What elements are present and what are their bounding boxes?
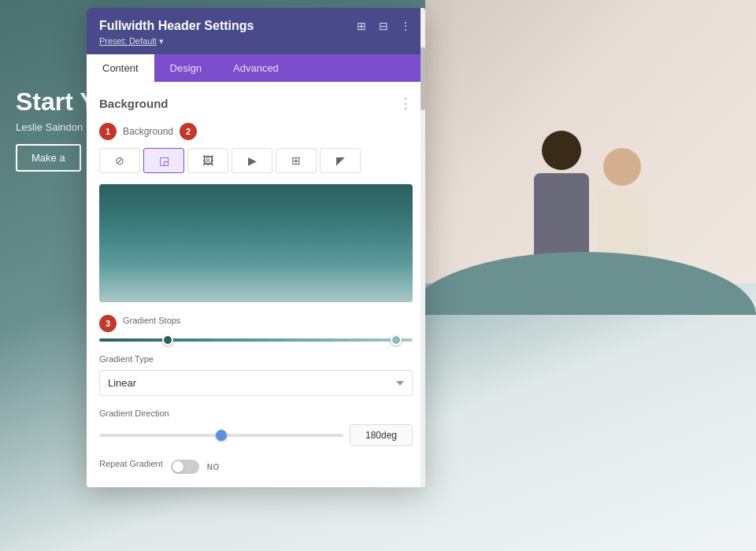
gradient-stop-thumb-left[interactable] xyxy=(162,335,173,346)
background-label: Background xyxy=(123,126,173,137)
bg-type-none[interactable]: ⊘ xyxy=(99,148,140,173)
expand-icon[interactable]: ⊞ xyxy=(354,19,369,33)
panel-title: Fullwidth Header Settings xyxy=(99,19,254,33)
badge-3: 3 xyxy=(99,315,117,332)
bg-type-gradient[interactable]: ◲ xyxy=(143,148,184,173)
toggle-state-label: NO xyxy=(207,463,220,471)
video-icon: ▶ xyxy=(248,154,257,167)
gradient-type-select[interactable]: Linear Radial xyxy=(99,370,413,396)
image-icon: 🖼 xyxy=(202,154,213,167)
gradient-direction-track[interactable] xyxy=(99,434,343,437)
toggle-knob xyxy=(172,461,183,472)
columns-icon[interactable]: ⊟ xyxy=(376,19,391,33)
tab-advanced[interactable]: Advanced xyxy=(217,54,295,82)
panel-header: Fullwidth Header Settings ⊞ ⊟ ⋮ Preset: … xyxy=(87,8,425,54)
figure-doctor xyxy=(597,148,648,268)
pattern-icon: ⊞ xyxy=(291,154,301,167)
patient-head xyxy=(542,131,581,170)
gradient-type-label: Gradient Type xyxy=(99,354,413,364)
panel-preset: Preset: Default ▾ xyxy=(99,36,413,46)
gradient-stops-slider-row xyxy=(99,338,413,342)
gradient-stops-group: 3 Gradient Stops xyxy=(99,315,413,342)
bg-type-video[interactable]: ▶ xyxy=(232,148,272,173)
settings-panel: Fullwidth Header Settings ⊞ ⊟ ⋮ Preset: … xyxy=(87,8,425,487)
gradient-preview xyxy=(99,184,413,302)
gradient-direction-thumb[interactable] xyxy=(216,430,227,441)
background-label-row: 1 Background 2 xyxy=(99,123,413,140)
gradient-direction-row xyxy=(99,424,413,446)
badge-1: 1 xyxy=(99,123,117,140)
background-type-icons: ⊘ ◲ 🖼 ▶ ⊞ ◤ xyxy=(99,148,413,173)
hero-sub: Leslie Saindon xyxy=(16,121,97,133)
page-hero-image xyxy=(425,0,756,283)
scrollbar-thumb[interactable] xyxy=(421,47,425,110)
more-icon[interactable]: ⋮ xyxy=(398,19,413,33)
mask-icon: ◤ xyxy=(336,154,345,167)
repeat-gradient-row: Repeat Gradient NO xyxy=(99,459,413,475)
repeat-gradient-label: Repeat Gradient xyxy=(99,459,163,468)
panel-header-icons: ⊞ ⊟ ⋮ xyxy=(354,19,413,33)
section-header: Background ⋮ xyxy=(99,94,413,112)
gradient-direction-group: Gradient Direction xyxy=(99,409,413,446)
page-hero-text: Start Y Leslie Saindon Make a xyxy=(16,87,97,172)
gradient-stops-track[interactable] xyxy=(99,338,413,342)
bg-type-pattern[interactable]: ⊞ xyxy=(276,148,317,173)
tab-design[interactable]: Design xyxy=(154,54,217,82)
gradient-type-group: Gradient Type Linear Radial xyxy=(99,354,413,396)
figure-patient xyxy=(534,131,589,268)
no-bg-icon: ⊘ xyxy=(115,154,124,167)
hero-cta-button[interactable]: Make a xyxy=(16,144,81,172)
repeat-gradient-toggle[interactable] xyxy=(171,460,199,474)
preset-link[interactable]: Preset: Default xyxy=(99,36,157,46)
gradient-stop-thumb-right[interactable] xyxy=(391,335,402,346)
hero-headline: Start Y xyxy=(16,87,97,116)
panel-scrollbar[interactable] xyxy=(421,8,425,487)
bg-type-mask[interactable]: ◤ xyxy=(320,148,361,173)
doctor-head xyxy=(603,148,641,186)
gradient-direction-input[interactable] xyxy=(350,424,413,446)
badge-2: 2 xyxy=(180,123,197,140)
panel-tabs: Content Design Advanced xyxy=(87,54,425,82)
tab-content[interactable]: Content xyxy=(87,54,154,82)
gradient-stops-label: Gradient Stops xyxy=(123,316,180,325)
gradient-icon: ◲ xyxy=(159,154,169,167)
section-title: Background xyxy=(99,97,169,110)
bg-type-image[interactable]: 🖼 xyxy=(187,148,228,173)
section-menu-icon[interactable]: ⋮ xyxy=(398,94,413,112)
panel-body: Background ⋮ 1 Background 2 ⊘ ◲ 🖼 ▶ ⊞ xyxy=(87,82,425,487)
gradient-direction-label: Gradient Direction xyxy=(99,409,413,418)
